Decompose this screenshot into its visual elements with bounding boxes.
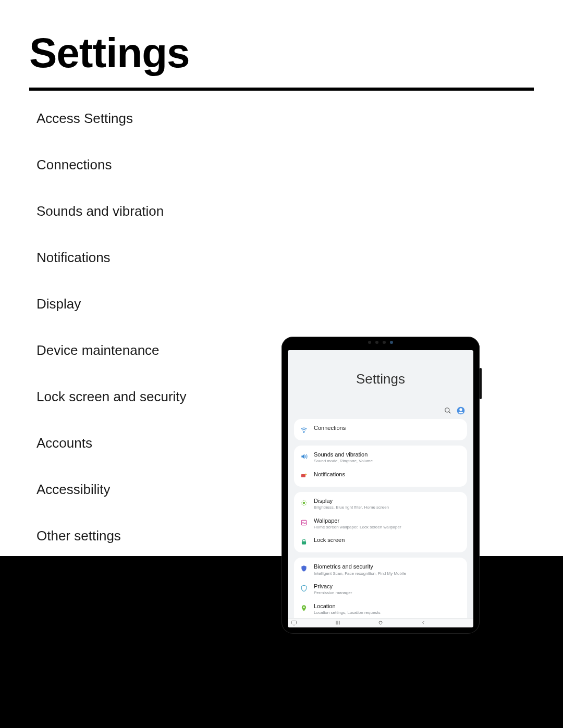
row-subtitle: Sound mode, Ringtone, Volume <box>314 459 460 464</box>
svg-rect-16 <box>301 520 306 525</box>
row-subtitle: Intelligent Scan, Face recognition, Find… <box>314 571 460 576</box>
settings-row-privacy[interactable]: Privacy Permission manager <box>294 579 467 599</box>
row-title: Sounds and vibration <box>314 451 460 458</box>
svg-rect-17 <box>302 541 306 545</box>
svg-line-1 <box>449 412 451 414</box>
document-page: Settings Access Settings Connections Sou… <box>0 0 563 728</box>
settings-group: Display Brightness, Blue light filter, H… <box>294 492 467 553</box>
svg-point-7 <box>303 501 305 504</box>
svg-point-4 <box>303 432 304 433</box>
settings-row-biometrics[interactable]: Biometrics and security Intelligent Scan… <box>294 560 467 579</box>
row-subtitle: Permission manager <box>314 590 460 596</box>
row-title: Privacy <box>314 583 460 590</box>
toc-link-other-settings[interactable]: Other settings <box>36 528 187 544</box>
row-title: Biometrics and security <box>314 563 460 570</box>
settings-group: Sounds and vibration Sound mode, Rington… <box>294 446 467 487</box>
row-title: Lock screen <box>314 537 460 544</box>
page-title: Settings <box>29 29 190 77</box>
table-of-contents: Access Settings Connections Sounds and v… <box>36 110 187 544</box>
display-icon <box>299 498 309 508</box>
svg-point-0 <box>445 408 449 412</box>
row-title: Wallpaper <box>314 517 460 524</box>
wifi-icon <box>299 425 309 435</box>
toc-link-notifications[interactable]: Notifications <box>36 250 187 266</box>
search-icon[interactable] <box>444 407 451 414</box>
svg-point-24 <box>379 621 382 624</box>
svg-point-18 <box>303 607 305 608</box>
privacy-icon <box>299 584 309 593</box>
tablet-screen: Settings Connections <box>288 350 473 627</box>
toc-link-device-maintenance[interactable]: Device maintenance <box>36 342 187 359</box>
row-title: Display <box>314 498 460 504</box>
row-subtitle: Brightness, Blue light filter, Home scre… <box>314 505 460 510</box>
settings-group: Connections Wi-Fi, Bluetooth, Airplane m… <box>294 419 467 440</box>
settings-list[interactable]: Connections Wi-Fi, Bluetooth, Airplane m… <box>294 419 467 618</box>
title-divider <box>29 88 534 91</box>
account-icon[interactable] <box>457 406 465 415</box>
svg-point-6 <box>305 474 307 476</box>
toc-link-connections[interactable]: Connections <box>36 157 187 173</box>
settings-row-connections[interactable]: Connections Wi-Fi, Bluetooth, Airplane m… <box>294 421 467 438</box>
svg-line-12 <box>302 501 302 501</box>
svg-line-15 <box>305 501 306 501</box>
shield-icon <box>299 564 309 573</box>
android-navbar <box>288 618 473 627</box>
tablet-device-frame: Settings Connections <box>282 337 480 634</box>
svg-line-14 <box>302 504 302 505</box>
toc-link-access-settings[interactable]: Access Settings <box>36 110 187 127</box>
settings-row-lock-screen[interactable]: Lock screen Screen lock type, Clock styl… <box>294 533 467 550</box>
settings-screen-title: Settings <box>288 350 473 397</box>
toc-link-accounts[interactable]: Accounts <box>36 435 187 451</box>
nav-home-icon[interactable] <box>377 619 384 628</box>
svg-line-13 <box>305 504 306 505</box>
toc-link-accessibility[interactable]: Accessibility <box>36 482 187 498</box>
settings-row-display[interactable]: Display Brightness, Blue light filter, H… <box>294 494 467 514</box>
nav-recents-icon[interactable] <box>335 619 341 628</box>
row-title: Connections <box>314 425 460 431</box>
row-subtitle: Home screen wallpaper, Lock screen wallp… <box>314 525 460 530</box>
settings-row-location[interactable]: Location Location settings, Location req… <box>294 599 467 618</box>
settings-row-sounds[interactable]: Sounds and vibration Sound mode, Rington… <box>294 448 467 467</box>
wallpaper-icon <box>299 518 309 527</box>
row-title: Notifications <box>314 471 460 478</box>
row-title: Location <box>314 603 460 610</box>
dex-icon[interactable] <box>291 619 297 628</box>
toc-link-display[interactable]: Display <box>36 296 187 312</box>
row-subtitle: Location settings, Location requests <box>314 610 460 615</box>
svg-rect-19 <box>292 621 297 624</box>
svg-rect-5 <box>301 474 305 477</box>
tablet-sensors <box>282 341 480 344</box>
toc-link-lock-screen-and-security[interactable]: Lock screen and security <box>36 389 187 405</box>
settings-row-wallpaper[interactable]: Wallpaper Home screen wallpaper, Lock sc… <box>294 514 467 534</box>
sound-icon <box>299 452 309 461</box>
toc-link-sounds-and-vibration[interactable]: Sounds and vibration <box>36 203 187 219</box>
settings-header-actions <box>444 406 465 415</box>
settings-row-notifications[interactable]: Notifications App notifications, Status … <box>294 467 467 485</box>
location-icon <box>299 603 309 613</box>
nav-back-icon[interactable] <box>420 619 426 628</box>
lock-icon <box>299 537 309 547</box>
settings-group: Biometrics and security Intelligent Scan… <box>294 558 467 618</box>
svg-point-3 <box>459 408 462 411</box>
notifications-icon <box>299 472 309 481</box>
